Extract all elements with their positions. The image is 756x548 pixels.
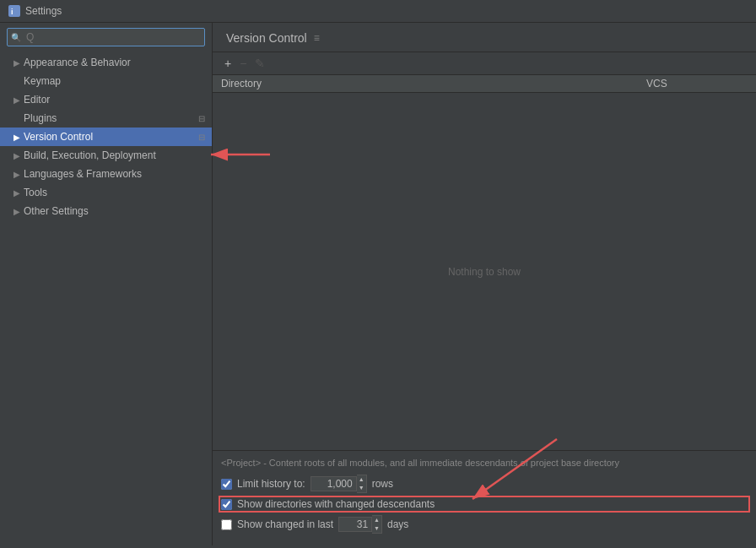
- page-title: Version Control: [226, 31, 307, 45]
- sidebar-item-other[interactable]: ▶ Other Settings: [0, 202, 212, 220]
- chevron-icon: ▶: [14, 58, 20, 68]
- app-icon: i: [8, 5, 20, 17]
- remove-button[interactable]: −: [236, 56, 250, 71]
- chevron-icon: ▶: [14, 133, 20, 142]
- settings-icon[interactable]: ≡: [314, 32, 320, 44]
- show-changed-spinner: ▲ ▼: [372, 515, 382, 534]
- project-info: <Project> - Content roots of all modules…: [221, 458, 748, 468]
- table-body: Nothing to show: [213, 93, 756, 450]
- chevron-icon: ▶: [14, 207, 20, 216]
- sidebar-item-label: Appearance & Behavior: [24, 57, 205, 68]
- sidebar-item-label: Keymap: [24, 75, 205, 87]
- chevron-icon: ▶: [14, 170, 20, 179]
- content-area: Version Control ≡ + − ✎ Directory VCS No…: [213, 23, 756, 545]
- chevron-icon: ▶: [14, 188, 20, 198]
- sidebar-item-label: Editor: [24, 94, 205, 106]
- show-changed-up[interactable]: ▲: [372, 516, 381, 524]
- show-directories-checkbox[interactable]: [221, 499, 232, 510]
- show-changed-down[interactable]: ▼: [372, 524, 381, 533]
- show-directories-label[interactable]: Show directories with changed descendant…: [237, 498, 435, 510]
- chevron-icon: ▶: [14, 95, 20, 105]
- content-header: Version Control ≡: [213, 23, 756, 52]
- bottom-section: <Project> - Content roots of all modules…: [213, 450, 756, 545]
- limit-history-row: Limit history to: ▲ ▼ rows: [221, 475, 748, 493]
- sidebar-item-label: Plugins: [24, 112, 198, 124]
- col-vcs: VCS: [646, 78, 748, 90]
- search-icon: 🔍: [11, 33, 21, 42]
- sidebar-item-label: Version Control: [24, 131, 198, 143]
- show-changed-row: Show changed in last ▲ ▼ days: [221, 515, 748, 534]
- add-button[interactable]: +: [221, 56, 235, 71]
- table-header: Directory VCS: [213, 75, 756, 93]
- show-changed-label-before[interactable]: Show changed in last: [237, 518, 333, 530]
- sidebar-item-keymap[interactable]: Keymap: [0, 72, 212, 90]
- empty-text: Nothing to show: [448, 266, 521, 278]
- limit-history-label-before[interactable]: Limit history to:: [237, 478, 305, 490]
- limit-history-label-after: rows: [372, 478, 393, 490]
- show-changed-input[interactable]: [338, 517, 372, 532]
- limit-history-down[interactable]: ▼: [357, 484, 366, 492]
- expand-icon: ⊟: [198, 114, 205, 123]
- show-changed-input-wrap: ▲ ▼: [338, 515, 382, 534]
- limit-history-input-wrap: ▲ ▼: [310, 475, 367, 493]
- limit-history-checkbox[interactable]: [221, 479, 232, 490]
- title-text: Settings: [25, 5, 62, 17]
- title-bar: i Settings: [0, 0, 756, 23]
- show-changed-label-after: days: [387, 518, 408, 530]
- nav-list: ▶ Appearance & Behavior Keymap ▶ Editor …: [0, 52, 212, 545]
- limit-history-spinner: ▲ ▼: [357, 475, 367, 493]
- svg-text:i: i: [11, 8, 14, 16]
- sidebar-item-editor[interactable]: ▶ Editor: [0, 90, 212, 109]
- sidebar-item-build[interactable]: ▶ Build, Execution, Deployment: [0, 146, 212, 165]
- limit-history-up[interactable]: ▲: [357, 475, 366, 484]
- sidebar-item-plugins[interactable]: Plugins ⊟: [0, 109, 212, 128]
- sidebar-item-appearance[interactable]: ▶ Appearance & Behavior: [0, 53, 212, 72]
- sidebar-item-label: Build, Execution, Deployment: [24, 149, 205, 161]
- show-changed-checkbox[interactable]: [221, 519, 232, 530]
- show-directories-row: Show directories with changed descendant…: [221, 498, 748, 510]
- limit-history-input[interactable]: [310, 476, 357, 491]
- edit-button[interactable]: ✎: [251, 56, 268, 71]
- search-input[interactable]: [7, 28, 205, 46]
- search-box[interactable]: 🔍: [7, 28, 205, 46]
- sidebar-item-label: Languages & Frameworks: [24, 168, 205, 180]
- toolbar: + − ✎: [213, 52, 756, 75]
- sidebar-item-tools[interactable]: ▶ Tools: [0, 183, 212, 202]
- expand-icon: ⊟: [198, 133, 205, 142]
- col-directory: Directory: [221, 78, 646, 90]
- sidebar-item-languages[interactable]: ▶ Languages & Frameworks: [0, 165, 212, 183]
- sidebar-item-version-control[interactable]: ▶ Version Control ⊟: [0, 128, 212, 146]
- sidebar-item-label: Other Settings: [24, 205, 205, 217]
- chevron-icon: ▶: [14, 151, 20, 160]
- sidebar-item-label: Tools: [24, 187, 205, 198]
- sidebar: 🔍 ▶ Appearance & Behavior Keymap ▶ Edito…: [0, 23, 213, 545]
